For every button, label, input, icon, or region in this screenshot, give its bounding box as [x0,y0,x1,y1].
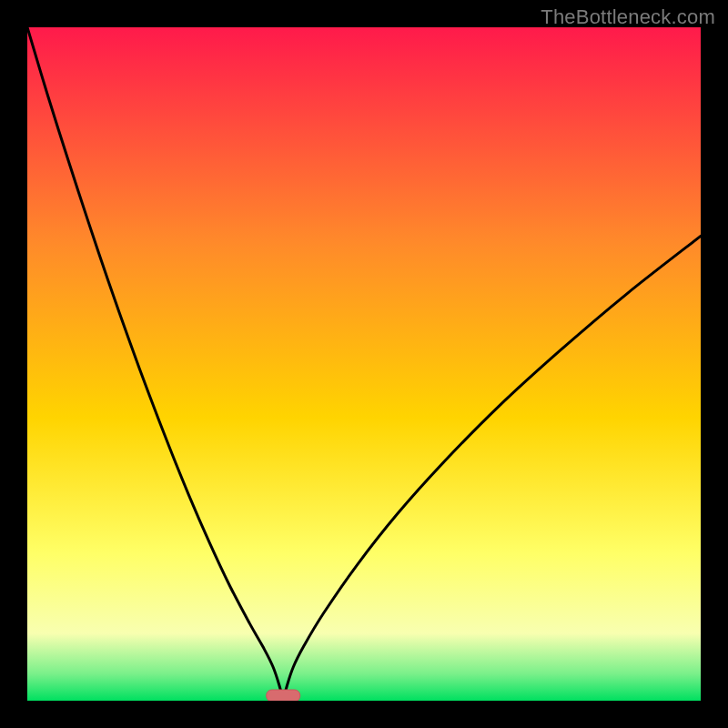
bottleneck-chart [27,27,701,701]
outer-frame: TheBottleneck.com [0,0,728,728]
plot-area [27,27,701,701]
gradient-background [27,27,701,701]
vertex-marker [267,690,300,701]
watermark-text: TheBottleneck.com [541,5,715,29]
